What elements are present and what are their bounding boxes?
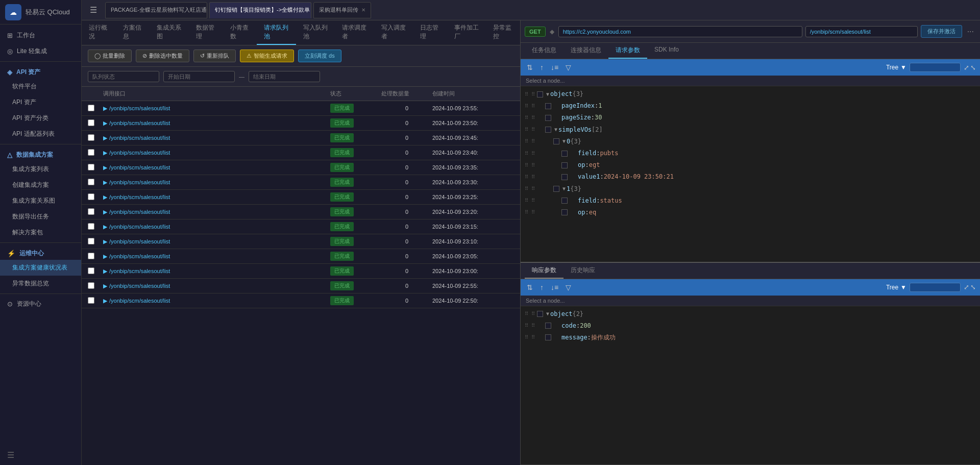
drag-handle[interactable]: ⠿ ⠿: [525, 185, 535, 193]
table-row[interactable]: ▶/yonbip/scm/salesout/list 已完成 0 2024-10…: [82, 101, 520, 116]
sidebar-item-solution-relation[interactable]: 集成方案关系图: [0, 193, 81, 209]
tree-node-checkbox[interactable]: [561, 151, 568, 157]
tree-node[interactable]: ⠿ ⠿ op : egt: [521, 159, 980, 171]
sidebar-item-api-adapters[interactable]: API 适配器列表: [0, 126, 81, 142]
request-tree-select[interactable]: Select a node...: [521, 76, 980, 86]
table-row[interactable]: ▶/yonbip/scm/salesout/list 已完成 0 2024-10…: [82, 205, 520, 219]
expand-all-icon[interactable]: ⇅: [525, 62, 535, 72]
response-tab-history-response[interactable]: 历史响应: [564, 263, 602, 279]
tab-3-close[interactable]: ✕: [361, 7, 365, 13]
tree-node-checkbox[interactable]: [545, 103, 551, 109]
response-tree-select[interactable]: Select a node...: [521, 296, 980, 306]
tree-node[interactable]: ⠿ ⠿ message : 操作成功: [521, 332, 980, 344]
sub-nav-item-relation-map[interactable]: 集成关系图: [150, 20, 188, 45]
sub-nav-item-request-coordinator[interactable]: 请求调度者: [335, 20, 374, 45]
table-row[interactable]: ▶/yonbip/scm/salesout/list 已完成 0 2024-10…: [82, 116, 520, 131]
resp-tree-dropdown-icon[interactable]: ▼: [900, 284, 906, 291]
tree-node[interactable]: ⠿ ⠿ field : pubts: [521, 148, 980, 159]
sub-nav-item-small-green-count[interactable]: 小青查数: [223, 20, 257, 45]
table-row[interactable]: ▶/yonbip/scm/salesout/list 已完成 0 2024-10…: [82, 219, 520, 234]
row-checkbox[interactable]: [88, 238, 103, 246]
sidebar-item-data-export[interactable]: 数据导出任务: [0, 209, 81, 225]
row-checkbox[interactable]: [88, 253, 103, 260]
resp-expand-btn[interactable]: ⤢: [964, 283, 969, 291]
row-checkbox[interactable]: [88, 119, 103, 127]
drag-handle[interactable]: ⠿ ⠿: [525, 102, 535, 110]
sidebar-item-lite[interactable]: ◎ Lite 轻集成: [0, 43, 81, 59]
table-row[interactable]: ▶/yonbip/scm/salesout/list 已完成 0 2024-10…: [82, 190, 520, 205]
sub-nav-item-log-mgmt[interactable]: 日志管理: [413, 20, 447, 45]
table-row[interactable]: ▶/yonbip/scm/salesout/list 已完成 0 2024-10…: [82, 131, 520, 145]
tree-node[interactable]: ⠿ ⠿ ▼ 1 {3}: [521, 183, 980, 195]
tab-1[interactable]: PACKAGE-全蝶云星辰物料写入旺店通货品档案 ✕: [105, 2, 207, 18]
table-row[interactable]: ▶/yonbip/scm/salesout/list 已完成 0 2024-10…: [82, 279, 520, 293]
url-input[interactable]: [558, 26, 802, 37]
row-checkbox-input[interactable]: [88, 253, 94, 259]
table-row[interactable]: ▶/yonbip/scm/salesout/list 已完成 0 2024-10…: [82, 293, 520, 308]
table-row[interactable]: ▶/yonbip/scm/salesout/list 已完成 0 2024-10…: [82, 234, 520, 249]
delete-selected-btn[interactable]: ⊘ 删除选中数量: [136, 50, 189, 62]
row-checkbox-input[interactable]: [88, 297, 94, 304]
drag-handle[interactable]: ⠿ ⠿: [525, 310, 535, 318]
panel-tab-connector-info[interactable]: 连接器信息: [564, 43, 608, 59]
sub-nav-item-anomaly-monitor[interactable]: 异常监控: [486, 20, 520, 45]
menu-icon[interactable]: ☰: [86, 3, 101, 17]
row-checkbox[interactable]: [88, 193, 103, 201]
drag-handle[interactable]: ⠿ ⠿: [525, 333, 535, 341]
row-checkbox[interactable]: [88, 179, 103, 186]
row-checkbox[interactable]: [88, 134, 103, 142]
save-activate-btn[interactable]: 保存并激活: [921, 25, 962, 38]
table-row[interactable]: ▶/yonbip/scm/salesout/list 已完成 0 2024-10…: [82, 160, 520, 175]
tree-node[interactable]: ⠿ ⠿ code : 200: [521, 320, 980, 332]
row-checkbox[interactable]: [88, 223, 103, 231]
path-input[interactable]: [805, 26, 918, 37]
start-date-input[interactable]: [163, 71, 235, 82]
drag-handle[interactable]: ⠿ ⠿: [525, 150, 535, 158]
sidebar-item-solution-package[interactable]: 解决方案包: [0, 225, 81, 240]
drag-handle[interactable]: ⠿ ⠿: [525, 197, 535, 205]
tree-node[interactable]: ⠿ ⠿ pageIndex : 1: [521, 100, 980, 112]
panel-tab-task-info[interactable]: 任务信息: [525, 43, 564, 59]
sidebar-item-resource-center[interactable]: ⊙ 资源中心: [0, 296, 81, 312]
tree-node-checkbox[interactable]: [545, 127, 551, 133]
sidebar-item-health-status[interactable]: 集成方案健康状况表: [0, 260, 81, 276]
tree-node-checkbox[interactable]: [553, 186, 559, 192]
tree-node-checkbox[interactable]: [561, 174, 568, 180]
tree-node-checkbox[interactable]: [561, 162, 568, 168]
resp-collapse-btn[interactable]: ⤡: [970, 283, 976, 291]
drag-handle[interactable]: ⠿ ⠿: [525, 173, 535, 181]
tree-node-checkbox[interactable]: [545, 334, 551, 340]
queue-status-input[interactable]: [88, 71, 159, 82]
table-row[interactable]: ▶/yonbip/scm/salesout/list 已完成 0 2024-10…: [82, 175, 520, 190]
tree-node[interactable]: ⠿ ⠿ value1 : 2024-10-09 23:50:21: [521, 171, 980, 183]
tree-node[interactable]: ⠿ ⠿ ▼ simpleVOs [2]: [521, 124, 980, 136]
sub-nav-item-write-coordinator[interactable]: 写入调度者: [374, 20, 413, 45]
end-date-input[interactable]: [249, 71, 320, 82]
sub-nav-item-plan-info[interactable]: 方案信息: [116, 20, 150, 45]
row-checkbox-input[interactable]: [88, 238, 94, 244]
tree-toggle-icon[interactable]: ▼: [562, 185, 566, 193]
more-options-btn[interactable]: ···: [965, 27, 976, 36]
row-checkbox[interactable]: [88, 208, 103, 216]
sidebar-item-api-categories[interactable]: API 资产分类: [0, 110, 81, 126]
row-checkbox-input[interactable]: [88, 134, 94, 141]
collapse-btn[interactable]: ⤡: [970, 64, 976, 71]
sub-nav-item-event-factory[interactable]: 事件加工厂: [447, 20, 486, 45]
sidebar-item-create-solution[interactable]: 创建集成方案: [0, 177, 81, 193]
tree-node[interactable]: ⠿ ⠿ pageSize : 30: [521, 112, 980, 124]
sidebar-item-workspace[interactable]: ⊞ 工作台: [0, 28, 81, 43]
drag-handle[interactable]: ⠿ ⠿: [525, 161, 535, 169]
row-checkbox-input[interactable]: [88, 267, 94, 274]
sort-icon[interactable]: ↓≡: [549, 62, 560, 72]
drag-handle[interactable]: ⠿ ⠿: [525, 90, 535, 99]
rejoin-queue-btn[interactable]: ↺ 重新排队: [193, 50, 236, 62]
row-checkbox-input[interactable]: [88, 119, 94, 126]
tree-node-checkbox[interactable]: [537, 91, 543, 97]
sub-nav-item-request-queue[interactable]: 请求队列池: [257, 20, 296, 45]
tree-dropdown-icon[interactable]: ▼: [900, 64, 906, 71]
tree-node-checkbox[interactable]: [545, 115, 551, 121]
row-checkbox[interactable]: [88, 105, 103, 112]
table-row[interactable]: ▶/yonbip/scm/salesout/list 已完成 0 2024-10…: [82, 249, 520, 264]
panel-tab-request-params[interactable]: 请求参数: [608, 43, 647, 59]
sidebar-item-anomaly-data[interactable]: 异常数据总览: [0, 276, 81, 291]
